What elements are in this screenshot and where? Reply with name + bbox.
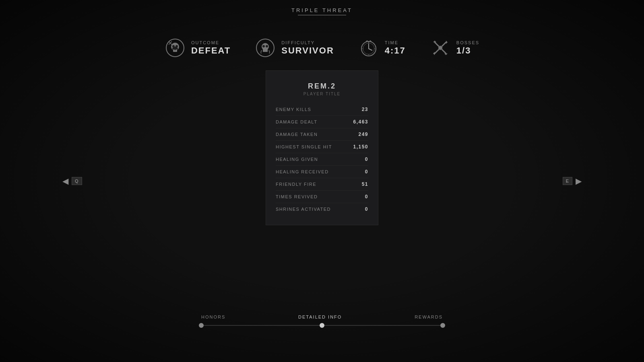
stats-list-item: HIGHEST SINGLE HIT 1,150: [276, 141, 368, 153]
stat-label: HIGHEST SINGLE HIT: [276, 144, 332, 149]
stats-list-item: FRIENDLY FIRE 51: [276, 178, 368, 191]
tab-dot-honors[interactable]: [199, 323, 204, 328]
svg-marker-28: [433, 41, 436, 42]
svg-point-4: [175, 45, 178, 47]
tab-dot-detailed[interactable]: [320, 323, 324, 328]
stats-list-item: TIMES REVIVED 0: [276, 191, 368, 203]
nav-right: E ▶: [563, 176, 582, 186]
stats-list-item: SHRINES ACTIVATED 0: [276, 203, 368, 215]
stat-value: 6,463: [353, 119, 368, 125]
player-title-label: PLAYER TITLE: [276, 92, 368, 96]
difficulty-text: DIFFICULTY SURVIVOR: [281, 40, 334, 56]
main-card: REM.2 PLAYER TITLE ENEMY KILLS 23 DAMAGE…: [266, 70, 378, 225]
bottom-tabs: HONORS DETAILED INFO REWARDS: [201, 315, 443, 326]
time-icon: [358, 37, 379, 58]
tab-honors[interactable]: HONORS: [201, 315, 225, 319]
stat-label: ENEMY KILLS: [276, 107, 311, 112]
stat-label: DAMAGE DEALT: [276, 119, 317, 124]
tab-detailed-info[interactable]: DETAILED INFO: [298, 315, 342, 319]
stat-value: 249: [358, 132, 368, 137]
difficulty-icon: [255, 37, 276, 58]
stat-value: 51: [362, 181, 368, 187]
bosses-label: BOSSES: [456, 40, 479, 45]
svg-point-27: [438, 46, 442, 50]
stats-list-item: HEALING GIVEN 0: [276, 153, 368, 166]
player-info: REM.2 PLAYER TITLE: [276, 82, 368, 96]
outcome-label: OUTCOME: [191, 40, 231, 45]
bosses-value: 1/3: [456, 45, 479, 56]
difficulty-value: SURVIVOR: [281, 45, 334, 56]
nav-left: ◀ Q: [62, 176, 82, 186]
svg-point-12: [262, 45, 265, 47]
player-name: REM.2: [276, 82, 368, 90]
stats-list-item: ENEMY KILLS 23: [276, 103, 368, 116]
svg-rect-16: [264, 50, 266, 52]
stat-label: HEALING RECEIVED: [276, 169, 329, 174]
svg-marker-31: [433, 52, 435, 55]
stat-value: 0: [365, 206, 368, 212]
right-arrow[interactable]: ▶: [576, 176, 582, 186]
outcome-stat: OUTCOME DEFEAT: [165, 37, 231, 58]
bosses-icon: [430, 37, 451, 58]
time-value: 4:17: [385, 45, 406, 56]
stat-value: 0: [365, 194, 368, 200]
svg-rect-7: [174, 50, 176, 52]
left-key[interactable]: Q: [72, 177, 82, 185]
outcome-icon: [165, 37, 186, 58]
difficulty-stat: DIFFICULTY SURVIVOR: [255, 37, 334, 58]
tab-rewards[interactable]: REWARDS: [415, 315, 443, 319]
outcome-text: OUTCOME DEFEAT: [191, 40, 231, 56]
tab-dot-rewards[interactable]: [440, 323, 445, 328]
stats-list-item: DAMAGE TAKEN 249: [276, 128, 368, 141]
time-text: TIME 4:17: [385, 40, 406, 56]
stat-label: DAMAGE TAKEN: [276, 132, 318, 137]
page-title: TRIPLE THREAT: [0, 0, 644, 13]
stat-value: 0: [365, 169, 368, 175]
time-stat: TIME 4:17: [358, 37, 406, 58]
bosses-stat: BOSSES 1/3: [430, 37, 479, 58]
header-stats: OUTCOME DEFEAT: [0, 37, 644, 58]
time-label: TIME: [385, 40, 406, 45]
left-arrow[interactable]: ◀: [62, 176, 68, 186]
stat-label: FRIENDLY FIRE: [276, 182, 316, 187]
svg-line-20: [369, 49, 372, 50]
stat-value: 1,150: [353, 144, 368, 150]
stats-list: ENEMY KILLS 23 DAMAGE DEALT 6,463 DAMAGE…: [276, 103, 368, 215]
tab-line: [201, 325, 443, 326]
stats-list-item: HEALING RECEIVED 0: [276, 166, 368, 178]
svg-marker-29: [444, 53, 448, 55]
outcome-value: DEFEAT: [191, 45, 231, 56]
stats-list-item: DAMAGE DEALT 6,463: [276, 116, 368, 128]
svg-marker-30: [446, 41, 448, 44]
bosses-text: BOSSES 1/3: [456, 40, 479, 56]
tab-labels: HONORS DETAILED INFO REWARDS: [201, 315, 443, 319]
stat-label: TIMES REVIVED: [276, 194, 318, 199]
difficulty-label: DIFFICULTY: [281, 40, 334, 45]
stat-label: SHRINES ACTIVATED: [276, 207, 331, 212]
stat-value: 0: [365, 156, 368, 162]
right-key[interactable]: E: [563, 177, 572, 185]
svg-point-3: [172, 45, 175, 47]
title-underline: [298, 15, 346, 15]
svg-point-13: [266, 45, 268, 47]
stat-value: 23: [362, 107, 368, 112]
stat-label: HEALING GIVEN: [276, 157, 318, 162]
